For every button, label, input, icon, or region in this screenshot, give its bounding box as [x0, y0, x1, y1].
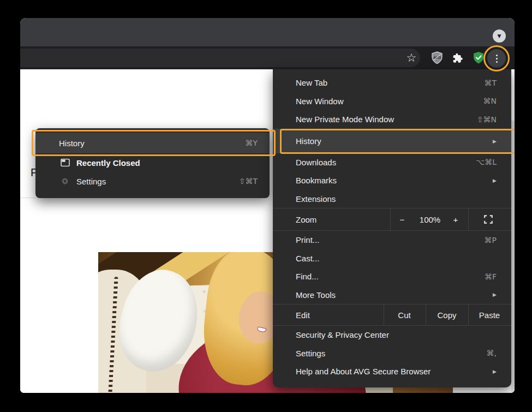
- secure-check-shield-icon[interactable]: [470, 46, 487, 69]
- edit-cut-button[interactable]: Cut: [398, 311, 410, 320]
- menu-vertical-separator: [468, 304, 469, 325]
- bookmark-star-icon[interactable]: ☆: [402, 46, 421, 69]
- menu-item-print[interactable]: Print... ⌘P: [273, 231, 511, 249]
- gear-icon: [61, 177, 69, 186]
- submenu-arrow-icon: ▶: [493, 292, 497, 297]
- menu-item-new-tab[interactable]: New Tab ⌘T: [273, 74, 511, 92]
- menu-item-zoom: Zoom − 100% +: [273, 208, 511, 230]
- avg-extension-icon[interactable]: AVG: [428, 46, 446, 69]
- window-tab-icon: [61, 159, 70, 167]
- dot: [496, 55, 498, 56]
- address-bar[interactable]: [20, 49, 420, 67]
- menu-item-bookmarks[interactable]: Bookmarks ▶: [273, 171, 511, 190]
- submenu-arrow-icon: ▶: [493, 369, 497, 374]
- nav-divider: [20, 198, 35, 198]
- page-edge-sliver: [511, 121, 515, 393]
- submenu-item-recently-closed[interactable]: Recently Closed: [35, 153, 270, 172]
- zoom-level-value: 100%: [420, 215, 440, 224]
- submenu-arrow-icon: ▶: [493, 139, 497, 144]
- zoom-out-button[interactable]: −: [400, 215, 405, 224]
- menu-item-settings[interactable]: Settings ⌘,: [273, 344, 511, 363]
- screenshot-canvas: ▼ ☆ AVG: [0, 0, 532, 412]
- menu-item-cast[interactable]: Cast...: [273, 249, 511, 268]
- browser-menu-button[interactable]: [487, 49, 506, 68]
- tab-strip: ▼: [20, 18, 515, 46]
- chevron-down-icon: ▼: [498, 34, 501, 39]
- dot: [496, 61, 498, 63]
- menu-vertical-separator: [384, 304, 384, 325]
- history-submenu: History ⌘Y Recently Closed: [35, 128, 270, 198]
- browser-menu: New Tab ⌘T New Window ⌘N New Private Mod…: [273, 69, 511, 387]
- extensions-puzzle-icon[interactable]: [449, 46, 467, 69]
- browser-window: ▼ ☆ AVG: [20, 18, 515, 393]
- menu-item-history[interactable]: History ▶: [273, 129, 511, 153]
- menu-item-new-private-window[interactable]: New Private Mode Window ⇧⌘N: [273, 110, 511, 129]
- submenu-item-settings[interactable]: Settings ⇧⌘T: [35, 172, 270, 190]
- menu-vertical-separator: [468, 208, 469, 230]
- menu-item-downloads[interactable]: Downloads ⌥⌘L: [273, 153, 511, 172]
- menu-item-help-about[interactable]: Help and About AVG Secure Browser ▶: [273, 362, 511, 381]
- edit-paste-button[interactable]: Paste: [479, 311, 500, 320]
- edit-copy-button[interactable]: Copy: [437, 311, 456, 320]
- menu-item-security-privacy-center[interactable]: Security & Privacy Center: [273, 326, 511, 344]
- dot: [496, 58, 498, 59]
- menu-item-more-tools[interactable]: More Tools ▶: [273, 286, 511, 304]
- menu-vertical-separator: [390, 208, 391, 230]
- menu-item-new-window[interactable]: New Window ⌘N: [273, 92, 511, 111]
- menu-item-edit: Edit Cut Copy Paste: [273, 304, 511, 325]
- submenu-arrow-icon: ▶: [493, 178, 497, 183]
- menu-item-extensions[interactable]: Extensions: [273, 190, 511, 208]
- fullscreen-icon[interactable]: [484, 215, 493, 226]
- menu-vertical-separator: [426, 304, 426, 325]
- submenu-item-history[interactable]: History ⌘Y: [35, 133, 270, 153]
- zoom-in-button[interactable]: +: [453, 215, 458, 224]
- tab-search-button[interactable]: ▼: [493, 29, 506, 43]
- menu-item-find[interactable]: Find... ⌘F: [273, 267, 511, 286]
- avg-shield-icon: AVG: [431, 51, 443, 64]
